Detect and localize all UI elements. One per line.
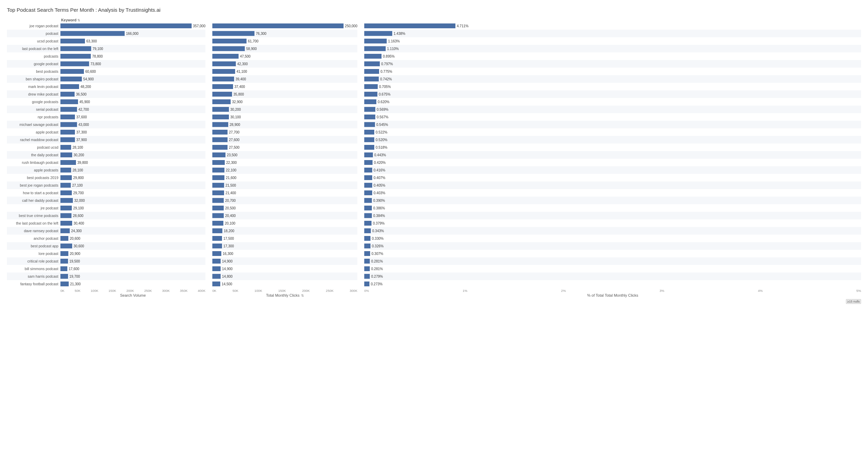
bar-label: 61,700 bbox=[248, 39, 259, 43]
bar-row: 0.386% bbox=[364, 204, 861, 212]
bar-label: 30,600 bbox=[74, 244, 84, 248]
bar-row: 37,600 bbox=[60, 113, 205, 121]
bar-label: 14,500 bbox=[222, 282, 232, 286]
bar bbox=[60, 39, 85, 43]
keywords-column: joe rogan podcastpodcastucsd podcastlast… bbox=[7, 22, 60, 304]
keyword-label: dave ramsey podcast bbox=[7, 227, 60, 235]
bar-row: 47,500 bbox=[212, 52, 357, 60]
bar-label: 27,100 bbox=[72, 184, 83, 187]
bar bbox=[212, 39, 247, 43]
axis-label: 300K bbox=[162, 289, 170, 293]
bar-label: 27,600 bbox=[229, 138, 240, 142]
bar bbox=[364, 175, 372, 180]
bar-label: 42,300 bbox=[237, 62, 248, 66]
keyword-label: rush limbaugh podcast bbox=[7, 159, 60, 166]
axis-label: 250K bbox=[144, 289, 152, 293]
bar-label: 0.620% bbox=[378, 100, 389, 104]
bar bbox=[60, 99, 78, 104]
bar-label: 28,100 bbox=[73, 146, 83, 149]
axis-label: 4% bbox=[758, 289, 763, 293]
bar-row: 27,700 bbox=[212, 128, 357, 136]
bar-label: 43,000 bbox=[78, 123, 89, 127]
bar bbox=[212, 54, 239, 59]
clicks-sort-icon[interactable]: ⇅ bbox=[301, 294, 304, 297]
bar bbox=[212, 251, 221, 256]
bar-label: 0.405% bbox=[374, 184, 385, 187]
bar bbox=[364, 54, 382, 59]
bar-label: 14,800 bbox=[222, 275, 233, 278]
bar-row: 14,900 bbox=[212, 265, 357, 273]
bar bbox=[364, 282, 369, 286]
bar bbox=[212, 84, 233, 89]
chart-container: Keyword ⇅ joe rogan podcastpodcastucsd p… bbox=[7, 18, 861, 304]
bar bbox=[60, 23, 192, 28]
bar-label: 21,400 bbox=[225, 191, 236, 195]
bar-label: 14,900 bbox=[222, 259, 233, 263]
bar-row: 37,400 bbox=[212, 83, 357, 90]
bar-label: 0.567% bbox=[377, 115, 388, 119]
bar-row: 0.379% bbox=[364, 219, 861, 227]
bar-row: 0.520% bbox=[364, 136, 861, 144]
bar bbox=[364, 152, 373, 157]
bar bbox=[212, 160, 225, 165]
keyword-sort-icon[interactable]: ⇅ bbox=[77, 18, 80, 22]
bar bbox=[212, 115, 229, 119]
monthly-clicks-title: Total Monthly Clicks ⇅ bbox=[212, 293, 357, 297]
keyword-label: lore podcast bbox=[7, 250, 60, 257]
bar-label: 22,100 bbox=[226, 168, 237, 172]
bar-row: 20,500 bbox=[212, 204, 357, 212]
keyword-label: the daily podcast bbox=[7, 151, 60, 159]
bar-row: 0.343% bbox=[364, 227, 861, 235]
axis-label: 150K bbox=[278, 289, 286, 293]
bar bbox=[212, 259, 221, 264]
bar-row: 20,900 bbox=[60, 250, 205, 257]
search-volume-title: Search Volume bbox=[60, 293, 205, 297]
bar-row: 0.567% bbox=[364, 113, 861, 121]
bar bbox=[60, 137, 75, 142]
keyword-label: drew mike podcast bbox=[7, 90, 60, 98]
bar-label: 27,500 bbox=[229, 146, 240, 149]
keyword-label: apple podcast bbox=[7, 128, 60, 136]
bar-label: 78,800 bbox=[92, 55, 103, 58]
bar bbox=[60, 145, 71, 150]
bar-row: 58,900 bbox=[212, 45, 357, 52]
bar-row: 166,000 bbox=[60, 30, 205, 37]
bar-row: 29,800 bbox=[60, 174, 205, 181]
bar-row: 0.420% bbox=[364, 159, 861, 166]
bar-label: 0.416% bbox=[374, 168, 385, 172]
bar-label: 0.330% bbox=[372, 237, 384, 240]
bar bbox=[212, 122, 228, 127]
bar-row: 0.405% bbox=[364, 181, 861, 189]
null-badge: ≥15 nulls bbox=[846, 299, 861, 304]
bar-row: 0.403% bbox=[364, 189, 861, 197]
bar-row: 0.742% bbox=[364, 75, 861, 83]
bar bbox=[60, 152, 72, 157]
bar-row: 36,500 bbox=[60, 90, 205, 98]
bar-label: 32,900 bbox=[232, 100, 243, 104]
axis-label: 1% bbox=[463, 289, 467, 293]
bar-label: 0.742% bbox=[380, 77, 392, 81]
bar bbox=[212, 274, 221, 279]
pct-clicks-axis: 0%1%2%3%4%5% bbox=[364, 288, 861, 293]
bar bbox=[60, 221, 72, 226]
bar bbox=[60, 282, 69, 286]
search-volume-axis: 0K50K100K150K200K250K300K350K400K bbox=[60, 288, 205, 293]
keyword-label: podcasts bbox=[7, 52, 60, 60]
bar-row: 76,300 bbox=[212, 30, 357, 37]
bar bbox=[364, 77, 379, 81]
keyword-label: how to start a podcast bbox=[7, 189, 60, 197]
bar-label: 45,900 bbox=[79, 100, 90, 104]
bar bbox=[364, 221, 372, 226]
bar-row: 0.569% bbox=[364, 106, 861, 113]
bar bbox=[60, 236, 68, 241]
bar-label: 0.281% bbox=[371, 267, 383, 271]
bar-row: 32,000 bbox=[60, 197, 205, 204]
bar bbox=[212, 152, 225, 157]
bar-row: 0.797% bbox=[364, 60, 861, 68]
bar-row: 0.545% bbox=[364, 121, 861, 128]
bar bbox=[364, 213, 372, 218]
bar bbox=[212, 130, 228, 135]
bar-label: 357,000 bbox=[193, 24, 205, 28]
bar-row: 16,300 bbox=[212, 250, 357, 257]
bar-label: 0.384% bbox=[373, 214, 385, 218]
